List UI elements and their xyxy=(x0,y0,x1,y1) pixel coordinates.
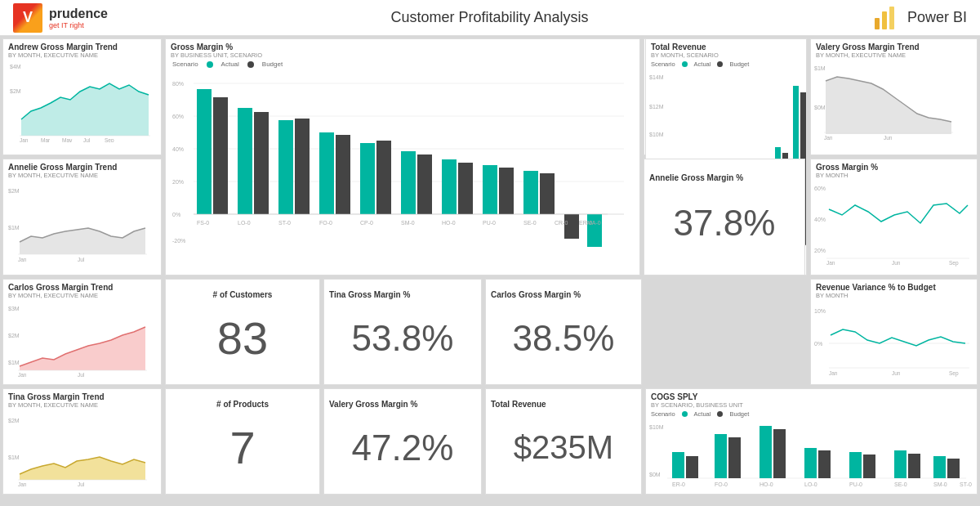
cogs-legend: Scenario Actual Budget xyxy=(646,410,977,419)
svg-text:$1M: $1M xyxy=(8,360,20,365)
svg-text:Jun: Jun xyxy=(884,135,893,141)
svg-text:CR-0: CR-0 xyxy=(555,220,568,226)
gm-pct-title: Gross Margin % xyxy=(166,39,639,51)
svg-text:Jan: Jan xyxy=(18,481,27,487)
carlos-gm-t: Carlos Gross Margin % xyxy=(486,287,641,299)
svg-text:Jan: Jan xyxy=(829,370,838,376)
svg-rect-138 xyxy=(278,120,293,214)
svg-rect-137 xyxy=(254,112,269,214)
carlos-gm-trend-card: Carlos Gross Margin Trend BY MONTH, EXEC… xyxy=(2,279,162,385)
svg-rect-135 xyxy=(213,97,228,214)
svg-text:Jun: Jun xyxy=(892,260,901,266)
gross-margin-pct-card: Gross Margin % BY BUSINESS UNIT, SCENARI… xyxy=(165,38,640,275)
cogs-chart: $10M $0M ER-0 FO-0 xyxy=(649,419,972,491)
cogs-budget-dot xyxy=(717,411,723,417)
actual-legend-dot xyxy=(207,61,213,68)
svg-text:SM-0: SM-0 xyxy=(933,481,947,487)
svg-text:20%: 20% xyxy=(172,179,184,185)
logo-area: V prudence get IT right xyxy=(13,3,108,33)
svg-text:60%: 60% xyxy=(814,186,826,191)
annelie-sub: BY MONTH, EXECUTIVE NAME xyxy=(3,172,161,181)
svg-rect-150 xyxy=(523,171,538,214)
carlos-sub: BY MONTH, EXECUTIVE NAME xyxy=(3,292,161,301)
svg-text:Sep: Sep xyxy=(949,370,959,377)
svg-rect-148 xyxy=(483,165,497,214)
logo-name: prudence xyxy=(49,7,108,21)
svg-text:FS-0: FS-0 xyxy=(197,220,209,226)
svg-marker-255 xyxy=(826,77,951,134)
valery-trend-sub: BY MONTH, EXECUTIVE NAME xyxy=(811,51,977,60)
andrew-gm-trend-title: Andrew Gross Margin Trend xyxy=(3,39,161,51)
carlos-gm-pct-card: Carlos Gross Margin % 38.5% xyxy=(485,279,642,385)
header: V prudence get IT right Customer Profita… xyxy=(0,0,980,36)
andrew-chart: $4M $2M Jan Mar May Jul Sep xyxy=(10,60,161,142)
svg-rect-243 xyxy=(933,456,946,478)
svg-text:$1M: $1M xyxy=(8,225,20,231)
tina-gm-pct-card: Tina Gross Margin % 53.8% xyxy=(323,279,482,385)
annelie-gm-trend-card: Annelie Gross Margin Trend BY MONTH, EXE… xyxy=(2,159,162,275)
rv-t: Revenue Variance % to Budget xyxy=(811,280,977,292)
svg-text:Jul: Jul xyxy=(78,481,85,487)
svg-text:FO-0: FO-0 xyxy=(319,220,332,226)
tina-gm-trend-card: Tina Gross Margin Trend BY MONTH, EXECUT… xyxy=(2,388,162,495)
andrew-gm-trend-card: Andrew Gross Margin Trend BY MONTH, EXEC… xyxy=(2,38,162,155)
svg-text:$3M: $3M xyxy=(8,306,20,311)
svg-rect-145 xyxy=(417,154,432,214)
valery-gm-val: 47.2% xyxy=(324,409,481,486)
num-prod-val: 7 xyxy=(229,409,255,486)
svg-rect-142 xyxy=(360,143,375,214)
svg-text:-20%: -20% xyxy=(172,238,185,244)
cogs-sply-card: COGS SPLY BY SCENARIO, BUSINESS UNIT Sce… xyxy=(645,388,978,495)
annelie-chart: $2M $1M Jan Jul xyxy=(8,181,159,262)
andrew-gm-trend-sub: BY MONTH, EXECUTIVE NAME xyxy=(3,51,161,60)
svg-text:40%: 40% xyxy=(172,146,184,152)
svg-text:ST-0: ST-0 xyxy=(278,220,291,226)
svg-text:Jun: Jun xyxy=(892,370,901,376)
svg-rect-1 xyxy=(882,11,887,29)
svg-rect-0 xyxy=(875,18,880,29)
tina-trend-t: Tina Gross Margin Trend xyxy=(3,389,161,401)
svg-text:$10M: $10M xyxy=(649,424,664,430)
svg-text:60%: 60% xyxy=(172,114,184,119)
svg-text:$2M: $2M xyxy=(8,188,20,194)
svg-rect-240 xyxy=(863,455,875,478)
svg-text:PU-0: PU-0 xyxy=(849,481,862,487)
svg-rect-2 xyxy=(889,7,894,29)
valery-gm-trend-card: Valery Gross Margin TrendBY MONTH, EXECU… xyxy=(810,38,978,155)
svg-rect-231 xyxy=(672,452,684,478)
svg-text:0%: 0% xyxy=(172,212,180,217)
svg-text:ST-0: ST-0 xyxy=(960,481,972,487)
page-title: Customer Profitability Analysis xyxy=(390,9,588,26)
svg-text:LO-0: LO-0 xyxy=(238,220,251,226)
total-rev-val: $235M xyxy=(486,409,641,486)
svg-text:Sep: Sep xyxy=(105,137,114,142)
svg-rect-144 xyxy=(401,151,416,214)
svg-rect-146 xyxy=(442,159,457,214)
valery-gm-pct-card: Valery Gross Margin % 47.2% xyxy=(323,388,482,495)
num-prod-t: # of Products xyxy=(212,396,274,409)
gm-month-sub: BY MONTH xyxy=(811,172,977,181)
svg-rect-143 xyxy=(376,141,391,214)
svg-text:SE-0: SE-0 xyxy=(894,481,907,487)
svg-text:$1M: $1M xyxy=(814,65,826,71)
powerbi-text: Power BI xyxy=(907,9,967,26)
carlos-chart: $3M $2M $1M Jan Jul xyxy=(8,301,159,378)
annelie-gm-pct-card: Annelie Gross Margin % 37.8% xyxy=(644,159,805,275)
svg-rect-234 xyxy=(728,437,741,478)
svg-text:SM-0: SM-0 xyxy=(401,220,415,226)
tr-chart-t: Total Revenue xyxy=(646,39,806,51)
rv-sub: BY MONTH xyxy=(811,292,977,301)
revenue-variance-card: Revenue Variance % to Budget BY MONTH 10… xyxy=(810,279,978,385)
tr-legend: Scenario Actual Budget xyxy=(646,60,806,69)
svg-text:Jul: Jul xyxy=(78,372,85,378)
svg-rect-136 xyxy=(238,108,252,214)
svg-rect-139 xyxy=(295,119,310,214)
gm-pct-legend: Scenario Actual Budget xyxy=(166,60,639,71)
svg-text:SE-0: SE-0 xyxy=(523,220,537,226)
svg-text:CP-0: CP-0 xyxy=(360,220,373,226)
logo-icon: V xyxy=(13,3,42,33)
cogs-t: COGS SPLY xyxy=(646,389,977,401)
carlos-gm-val: 38.5% xyxy=(486,299,641,377)
powerbi-icon xyxy=(871,3,901,33)
svg-rect-241 xyxy=(894,450,906,478)
